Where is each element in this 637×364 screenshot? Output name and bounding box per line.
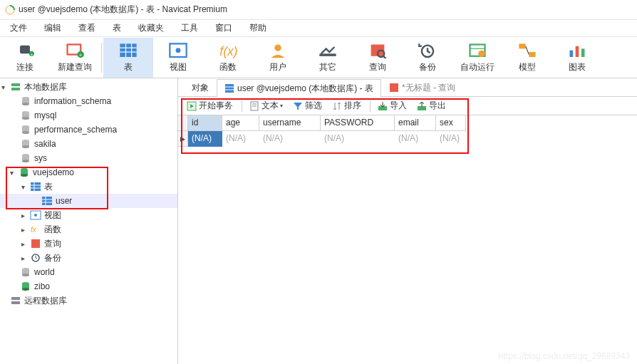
- collapse-arrow-icon[interactable]: ▾: [21, 183, 30, 191]
- toolbar-backup-label: 备份: [419, 61, 436, 73]
- separator: [242, 100, 242, 112]
- data-grid[interactable]: id age username PASSWORD email sex ▶ (N/…: [178, 115, 637, 147]
- menu-file[interactable]: 文件: [1, 20, 36, 36]
- tree-db-information-schema[interactable]: information_schema: [0, 94, 177, 108]
- toolbar-query-label: 查询: [369, 61, 386, 73]
- toolbar-table-label: 表: [124, 61, 133, 73]
- tree-db-sys[interactable]: sys: [0, 151, 177, 165]
- svg-rect-75: [390, 83, 398, 92]
- col-username[interactable]: username: [259, 115, 321, 131]
- table-folder-icon: [30, 181, 41, 192]
- separator: [370, 100, 371, 112]
- tree-folder-tables[interactable]: ▾表: [0, 180, 177, 194]
- expand-arrow-icon[interactable]: ▸: [21, 212, 30, 219]
- cell-age[interactable]: (N/A): [222, 131, 259, 147]
- other-icon: [318, 42, 338, 59]
- toolbar-view[interactable]: 视图: [153, 38, 203, 78]
- chart-icon: [567, 42, 587, 59]
- tree-db-performance-schema[interactable]: performance_schema: [0, 123, 177, 137]
- collapse-arrow-icon[interactable]: ▾: [10, 169, 19, 177]
- menu-view[interactable]: 查看: [70, 20, 104, 36]
- menu-table[interactable]: 表: [104, 20, 130, 36]
- cell-password[interactable]: (N/A): [321, 131, 395, 147]
- tree-db-vuejsdemo[interactable]: ▾vuejsdemo: [0, 165, 177, 180]
- col-email[interactable]: email: [395, 115, 436, 131]
- toolbar-charts[interactable]: 图表: [552, 38, 602, 78]
- svg-rect-32: [11, 88, 20, 90]
- tt-text[interactable]: 文本▾: [245, 98, 287, 113]
- model-icon: [517, 42, 537, 59]
- toolbar-backup[interactable]: 备份: [403, 38, 452, 78]
- new-query-icon: +: [65, 42, 85, 59]
- toolbar-newquery-label: 新建查询: [58, 61, 92, 73]
- collapse-arrow-icon[interactable]: ▾: [1, 83, 10, 91]
- chevron-down-icon[interactable]: ▾: [280, 103, 283, 109]
- tt-sort[interactable]: 排序: [328, 98, 366, 113]
- svg-point-24: [478, 50, 485, 56]
- expand-arrow-icon[interactable]: ▸: [21, 240, 30, 248]
- data-row[interactable]: ▶ (N/A) (N/A) (N/A) (N/A) (N/A) (N/A): [178, 131, 637, 147]
- tree-root[interactable]: ▾ 本地数据库: [0, 80, 177, 94]
- tree-folder-functions[interactable]: ▸fx函数: [0, 222, 177, 236]
- play-icon: [187, 101, 197, 111]
- tree-db-zibo[interactable]: zibo: [0, 279, 177, 293]
- tt-begin-tx[interactable]: 开始事务: [182, 98, 237, 113]
- svg-rect-26: [529, 52, 535, 57]
- menu-edit[interactable]: 编辑: [36, 20, 70, 36]
- tt-import[interactable]: 导入: [373, 98, 411, 113]
- toolbar-schedule[interactable]: 自动运行: [452, 38, 502, 78]
- expand-arrow-icon[interactable]: ▸: [21, 254, 30, 262]
- toolbar-charts-label: 图表: [569, 61, 586, 73]
- schedule-icon: [467, 42, 487, 59]
- tree-db-world[interactable]: world: [0, 265, 177, 279]
- tt-export[interactable]: 导出: [413, 98, 450, 113]
- tab-untitled-label: 无标题 - 查询: [405, 82, 456, 94]
- menu-bar: 文件 编辑 查看 表 收藏夹 工具 窗口 帮助: [0, 20, 637, 37]
- svg-point-50: [21, 174, 28, 177]
- svg-point-44: [22, 145, 29, 148]
- menu-fav[interactable]: 收藏夹: [130, 20, 172, 36]
- expand-arrow-icon[interactable]: ▸: [21, 226, 30, 234]
- cell-sex[interactable]: (N/A): [436, 131, 466, 147]
- toolbar-model[interactable]: 模型: [502, 38, 552, 78]
- toolbar-query[interactable]: 查询: [353, 38, 403, 78]
- col-password[interactable]: PASSWORD: [321, 115, 395, 131]
- toolbar-user[interactable]: 用户: [253, 38, 303, 78]
- toolbar-function[interactable]: f(x) 函数: [203, 38, 253, 78]
- cell-email[interactable]: (N/A): [395, 131, 436, 147]
- svg-rect-55: [42, 197, 52, 205]
- tree-folder-queries[interactable]: ▸查询: [0, 236, 177, 251]
- cell-username[interactable]: (N/A): [259, 131, 321, 147]
- import-icon: [378, 101, 388, 111]
- toolbar-model-label: 模型: [519, 61, 536, 73]
- menu-help[interactable]: 帮助: [241, 20, 275, 36]
- tree-folder-views[interactable]: ▸视图: [0, 208, 177, 222]
- app-icon: [4, 4, 16, 16]
- menu-window[interactable]: 窗口: [207, 20, 241, 36]
- svg-marker-81: [294, 103, 302, 110]
- menu-tools[interactable]: 工具: [172, 20, 207, 36]
- toolbar-table[interactable]: 表: [103, 38, 153, 78]
- tab-untitled[interactable]: * 无标题 - 查询: [381, 78, 463, 96]
- col-age[interactable]: age: [222, 115, 259, 131]
- tree-db-mysql[interactable]: mysql: [0, 108, 177, 123]
- content-area: 对象 user @vuejsdemo (本地数据库) - 表 * 无标题 - 查…: [178, 78, 637, 364]
- db-icon: [20, 266, 31, 278]
- tree-remote[interactable]: 远程数据库: [0, 293, 177, 308]
- fx-folder-icon: fx: [30, 224, 41, 235]
- toolbar-new-query[interactable]: + 新建查询: [50, 38, 100, 78]
- svg-text:+: +: [31, 51, 33, 56]
- toolbar-other[interactable]: 其它: [303, 38, 353, 78]
- toolbar-connect[interactable]: + 连接: [0, 38, 50, 78]
- tab-main[interactable]: user @vuejsdemo (本地数据库) - 表: [217, 79, 381, 97]
- tree-table-user[interactable]: user: [0, 194, 177, 208]
- tree-root-label: 本地数据库: [24, 81, 67, 93]
- cell-id[interactable]: (N/A): [188, 131, 222, 147]
- tree-folder-backups[interactable]: ▸备份: [0, 251, 177, 265]
- col-id[interactable]: id: [188, 115, 222, 131]
- tab-objects[interactable]: 对象: [184, 78, 217, 96]
- tree-db-sakila[interactable]: sakila: [0, 137, 177, 151]
- toolbar-schedule-label: 自动运行: [460, 61, 494, 73]
- tt-filter[interactable]: 筛选: [289, 98, 326, 113]
- col-sex[interactable]: sex: [436, 115, 466, 131]
